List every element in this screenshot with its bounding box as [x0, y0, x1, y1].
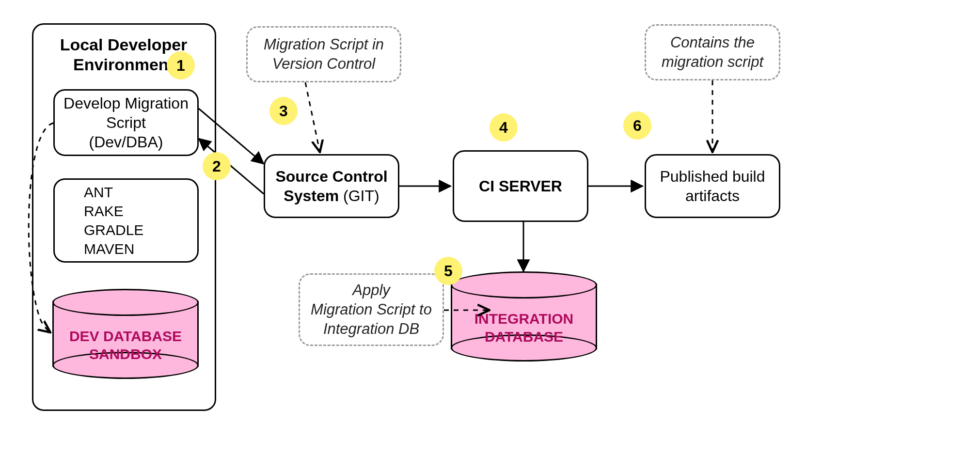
int-db-l2: DATABASE [485, 329, 563, 345]
badge-6-label: 6 [633, 117, 642, 135]
a3-l1: Migration Script in [264, 36, 384, 53]
badge-2-label: 2 [212, 157, 221, 175]
node-ci-server: CI SERVER [453, 150, 588, 222]
artifacts-l1: Published build [660, 168, 765, 185]
a6-l2: migration script [662, 53, 763, 70]
dev-db-l1: DEV DATABASE [69, 328, 182, 344]
tool-rake: RAKE [84, 202, 124, 220]
annotation-apply-migration: Apply Migration Script to Integration DB [299, 273, 444, 346]
node-published-artifacts: Published build artifacts [645, 154, 780, 218]
scs-l2-bold: System [284, 187, 339, 205]
scs-l1: Source Control [275, 168, 387, 185]
dev-db-l2: SANDBOX [89, 346, 162, 362]
node-dev-database-sandbox: DEV DATABASE SANDBOX [52, 289, 199, 379]
a6-l1: Contains the [670, 34, 755, 51]
int-db-l1: INTEGRATION [474, 311, 573, 327]
local-env-title-l1: Local Developer [60, 35, 188, 54]
badge-5-label: 5 [444, 262, 453, 280]
node-integration-database: INTEGRATION DATABASE [451, 271, 597, 362]
badge-1: 1 [167, 51, 195, 79]
develop-l1: Develop Migration [63, 94, 189, 112]
develop-l2: Script [106, 114, 146, 131]
scs-l2-rest: (GIT) [343, 187, 379, 205]
tool-gradle: GRADLE [84, 220, 143, 239]
badge-4-label: 4 [499, 119, 508, 137]
badge-4: 4 [490, 113, 518, 142]
a3-l2: Version Control [272, 55, 376, 72]
badge-3: 3 [269, 97, 298, 125]
a5-l1: Apply [352, 282, 390, 299]
badge-2: 2 [203, 152, 231, 180]
node-source-control-system: Source Control System (GIT) [264, 154, 399, 218]
badge-5: 5 [434, 257, 462, 285]
annotation-version-control: Migration Script in Version Control [246, 26, 401, 82]
tool-maven: MAVEN [84, 239, 134, 258]
badge-6: 6 [623, 111, 651, 140]
ci-label: CI SERVER [479, 176, 562, 196]
local-env-title-l2: Environment [73, 55, 174, 74]
node-develop-migration-script: Develop Migration Script (Dev/DBA) [53, 89, 199, 156]
annotation-contains-script: Contains the migration script [645, 24, 780, 80]
node-build-tools: ANT RAKE GRADLE MAVEN [53, 178, 199, 263]
artifacts-l2: artifacts [685, 187, 740, 205]
diagram-canvas: Local Developer Environment Develop Migr… [0, 0, 980, 472]
badge-3-label: 3 [279, 102, 288, 120]
a5-l2: Migration Script to [311, 301, 432, 318]
develop-l3: (Dev/DBA) [89, 133, 163, 151]
badge-1-label: 1 [176, 57, 185, 75]
a5-l3: Integration DB [323, 320, 419, 337]
tool-ant: ANT [84, 183, 113, 202]
svg-line-5 [305, 82, 320, 152]
